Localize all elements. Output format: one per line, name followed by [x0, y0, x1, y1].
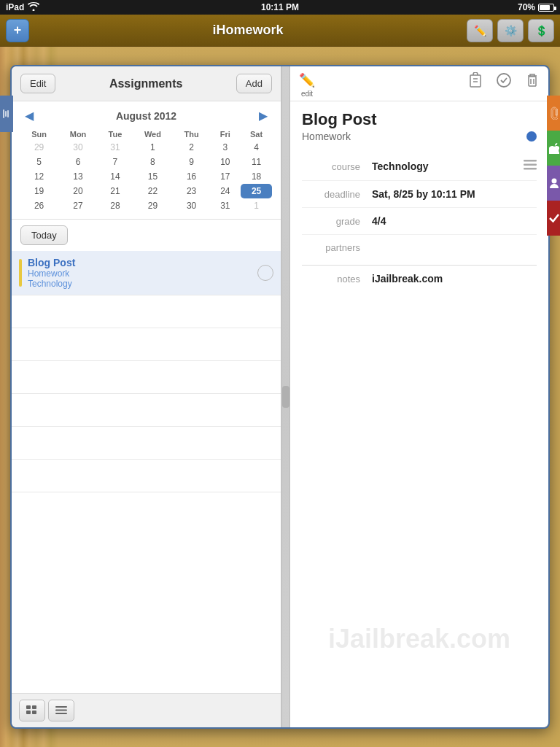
cal-cell[interactable]: 13: [58, 169, 98, 184]
cal-cell[interactable]: 30: [174, 198, 210, 213]
cal-cell[interactable]: 5: [20, 155, 58, 169]
currency-icon-btn[interactable]: 💲: [528, 19, 554, 42]
checkmark-tab[interactable]: [547, 201, 560, 236]
left-bookmark-tab[interactable]: [0, 96, 13, 132]
assignment-category: Homework: [28, 268, 252, 279]
prev-month-button[interactable]: ◀: [20, 107, 38, 124]
pencil-icon-btn[interactable]: ✏️: [467, 19, 493, 42]
apple-tab[interactable]: [547, 131, 560, 166]
next-month-button[interactable]: ▶: [254, 107, 272, 124]
cal-cell[interactable]: 24: [209, 184, 241, 198]
cal-cell[interactable]: 3: [209, 140, 241, 155]
cal-cell[interactable]: 17: [209, 169, 241, 184]
cal-cell[interactable]: 26: [20, 198, 58, 213]
notes-row: notes iJailbreak.com: [302, 266, 537, 292]
cal-cell[interactable]: 15: [132, 169, 174, 184]
edit-label: edit: [301, 90, 313, 98]
cal-cell[interactable]: 8: [132, 155, 174, 169]
cal-cell[interactable]: 29: [20, 140, 58, 155]
cal-cell-today[interactable]: 25: [241, 184, 272, 198]
empty-row: [12, 295, 281, 328]
status-bar: iPad 10:11 PM 70%: [0, 0, 560, 15]
view-toggle-bar: [12, 693, 281, 727]
svg-point-13: [497, 74, 510, 87]
notebook: Edit Assignments Add ◀ August 2012 ▶ Sun…: [10, 65, 550, 729]
calendar: ◀ August 2012 ▶ Sun Mon Tue Wed Thu Fri: [12, 101, 281, 220]
person-tab[interactable]: [547, 166, 560, 201]
cal-cell[interactable]: 27: [58, 198, 98, 213]
edit-button-detail[interactable]: ✏️ edit: [299, 72, 315, 98]
assignment-check-circle[interactable]: [257, 265, 273, 281]
blue-dot-indicator: [526, 131, 537, 142]
empty-row: [12, 394, 281, 427]
deadline-value: Sat, 8/25 by 10:11 PM: [372, 188, 537, 200]
add-button[interactable]: +: [6, 19, 29, 42]
assignment-title: Blog Post: [28, 257, 252, 268]
empty-row: [12, 361, 281, 394]
spine-handle: [282, 386, 289, 408]
wood-background: Edit Assignments Add ◀ August 2012 ▶ Sun…: [0, 47, 560, 747]
cal-day-sun: Sun: [20, 128, 58, 140]
cal-day-tue: Tue: [98, 128, 132, 140]
cal-cell[interactable]: 1: [241, 198, 272, 213]
calendar-month: August 2012: [116, 110, 176, 122]
left-panel: Edit Assignments Add ◀ August 2012 ▶ Sun…: [12, 66, 281, 727]
cal-cell[interactable]: 19: [20, 184, 58, 198]
calendar-header: ◀ August 2012 ▶: [20, 107, 272, 124]
cal-cell[interactable]: 10: [209, 155, 241, 169]
grid-view-button[interactable]: [19, 700, 45, 721]
svg-rect-9: [55, 713, 67, 714]
app-title: iHomework: [212, 23, 283, 38]
detail-toolbar: ✏️ edit: [290, 66, 548, 101]
deadline-label: deadline: [302, 189, 360, 200]
add-assignment-button[interactable]: Add: [236, 74, 272, 93]
gear-icon-btn[interactable]: ⚙️: [497, 19, 524, 42]
battery-icon: [538, 4, 554, 12]
cal-cell[interactable]: 21: [98, 184, 132, 198]
trash-icon[interactable]: [525, 72, 540, 92]
svg-rect-7: [55, 706, 67, 708]
cal-day-wed: Wed: [132, 128, 174, 140]
assignment-item[interactable]: Blog Post Homework Technology: [12, 251, 281, 295]
svg-point-20: [552, 179, 557, 184]
assignments-header: Edit Assignments Add: [12, 66, 281, 101]
list-view-button[interactable]: [48, 700, 74, 721]
edit-button[interactable]: Edit: [20, 74, 55, 93]
cal-cell[interactable]: 30: [58, 140, 98, 155]
paperclip-tab[interactable]: [547, 96, 560, 131]
cal-cell[interactable]: 12: [20, 169, 58, 184]
cal-cell[interactable]: 29: [132, 198, 174, 213]
pencil-icon: ✏️: [299, 72, 315, 88]
cal-cell[interactable]: 9: [174, 155, 210, 169]
today-button[interactable]: Today: [20, 225, 68, 245]
right-side-tabs: [547, 96, 560, 236]
course-list-icon[interactable]: [524, 160, 537, 173]
cal-cell[interactable]: 2: [174, 140, 210, 155]
cal-cell[interactable]: 31: [98, 140, 132, 155]
cal-cell[interactable]: 11: [241, 155, 272, 169]
cal-cell[interactable]: 31: [209, 198, 241, 213]
cal-cell[interactable]: 23: [174, 184, 210, 198]
course-value: Technology: [372, 160, 524, 172]
cal-cell[interactable]: 7: [98, 155, 132, 169]
cal-cell[interactable]: 6: [58, 155, 98, 169]
cal-cell[interactable]: 22: [132, 184, 174, 198]
svg-rect-17: [524, 160, 537, 162]
cal-cell[interactable]: 20: [58, 184, 98, 198]
checkmark-icon[interactable]: [496, 72, 512, 92]
cal-cell[interactable]: 28: [98, 198, 132, 213]
svg-rect-5: [26, 711, 31, 714]
clipboard-icon[interactable]: [468, 72, 483, 92]
nav-bar: + iHomework ✏️ ⚙️ 💲: [0, 15, 560, 47]
ipad-label: iPad: [6, 2, 24, 12]
today-button-wrapper: Today: [12, 220, 281, 251]
cal-cell[interactable]: 14: [98, 169, 132, 184]
svg-rect-6: [32, 711, 36, 714]
cal-day-sat: Sat: [241, 128, 272, 140]
cal-cell[interactable]: 16: [174, 169, 210, 184]
grade-label: grade: [302, 216, 360, 227]
cal-cell[interactable]: 4: [241, 140, 272, 155]
wifi-icon: [28, 2, 39, 13]
cal-cell[interactable]: 18: [241, 169, 272, 184]
cal-cell[interactable]: 1: [132, 140, 174, 155]
